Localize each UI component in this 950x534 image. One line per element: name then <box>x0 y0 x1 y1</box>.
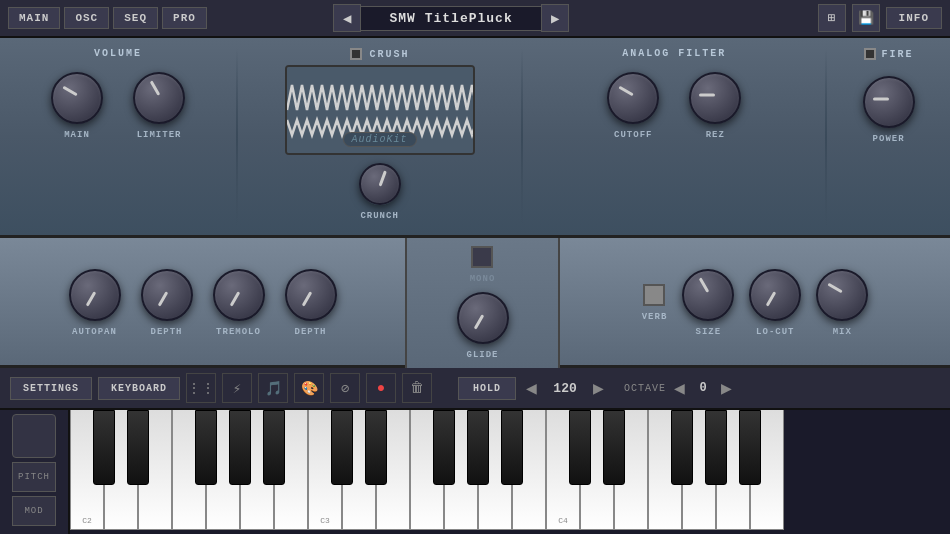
black-key-Fsharp2[interactable] <box>195 410 217 485</box>
black-key-Fsharp3[interactable] <box>433 410 455 485</box>
black-key-Csharp4[interactable] <box>569 410 591 485</box>
preset-next-button[interactable]: ▶ <box>541 4 569 32</box>
fire-section: FIRE POWER <box>827 38 950 238</box>
audiokit-label: AudioKit <box>343 132 417 147</box>
nav-main[interactable]: MAIN <box>8 7 60 29</box>
bpm-value: 120 <box>545 381 585 396</box>
nav-osc[interactable]: OSC <box>64 7 109 29</box>
glide-knob[interactable] <box>457 292 509 344</box>
black-key-Csharp2[interactable] <box>93 410 115 485</box>
midi-icon[interactable]: 🎵 <box>258 373 288 403</box>
volume-section: VOLUME MAIN LIMITER <box>0 38 236 238</box>
limiter-knob-container: LIMITER <box>133 72 185 140</box>
mix-knob-container: MIX <box>816 269 868 337</box>
octave-down-button[interactable]: ◀ <box>670 378 689 398</box>
cutoff-knob-container: CUTOFF <box>607 72 659 140</box>
palette-icon[interactable]: 🎨 <box>294 373 324 403</box>
verb-label: VERB <box>642 312 668 322</box>
bpm-control: ◀ 120 ▶ <box>522 378 608 398</box>
power-knob-wrap: POWER <box>863 76 915 144</box>
depth2-knob[interactable] <box>285 269 337 321</box>
tremolo-knob[interactable] <box>213 269 265 321</box>
trash-icon[interactable]: 🗑 <box>402 373 432 403</box>
waveform-display: AudioKit <box>285 65 475 155</box>
black-key-Dsharp4[interactable] <box>603 410 625 485</box>
main-volume-knob[interactable] <box>51 72 103 124</box>
black-key-Gsharp2[interactable] <box>229 410 251 485</box>
locut-knob-container: LO-CUT <box>749 269 801 337</box>
cutoff-label: CUTOFF <box>614 130 652 140</box>
cutoff-knob[interactable] <box>607 72 659 124</box>
black-key-Dsharp3[interactable] <box>365 410 387 485</box>
crush-header: CRUSH <box>350 48 410 60</box>
black-key-Dsharp2[interactable] <box>127 410 149 485</box>
rez-knob[interactable] <box>689 72 741 124</box>
locut-label: LO-CUT <box>756 327 794 337</box>
black-key-Gsharp3[interactable] <box>467 410 489 485</box>
crunch-knob[interactable] <box>359 163 401 205</box>
preset-prev-button[interactable]: ◀ <box>333 4 361 32</box>
mix-knob[interactable] <box>816 269 868 321</box>
verb-button[interactable] <box>643 284 665 306</box>
black-key-Asharp3[interactable] <box>501 410 523 485</box>
black-key-Asharp4[interactable] <box>739 410 761 485</box>
mono-label: MONO <box>470 274 496 284</box>
size-knob[interactable] <box>682 269 734 321</box>
crunch-knob-container: CRUNCH <box>359 163 401 221</box>
no-entry-icon[interactable]: ⊘ <box>330 373 360 403</box>
fire-header: FIRE <box>864 48 914 60</box>
top-nav-bar: MAIN OSC SEQ PRO ◀ SMW TitlePluck ▶ ⊞ 💾 … <box>0 0 950 38</box>
depth1-knob-container: DEPTH <box>141 269 193 337</box>
equalizer-icon[interactable]: ⋮⋮ <box>186 373 216 403</box>
depth2-label: DEPTH <box>294 327 326 337</box>
depth1-knob[interactable] <box>141 269 193 321</box>
power-knob[interactable] <box>863 76 915 128</box>
synth-panel: VOLUME MAIN LIMITER CRUSH Audi <box>0 38 950 238</box>
middle-panel: AUTOPAN DEPTH TREMOLO DEPTH MONO <box>0 238 950 368</box>
autopan-knob[interactable] <box>69 269 121 321</box>
toolbar: SETTINGS KEYBOARD ⋮⋮ ⚡ 🎵 🎨 ⊘ ● 🗑 HOLD ◀ … <box>0 368 950 410</box>
size-knob-container: SIZE <box>682 269 734 337</box>
black-key-Asharp2[interactable] <box>263 410 285 485</box>
pitch-button[interactable]: PITCH <box>12 462 56 492</box>
crush-toggle[interactable] <box>350 48 362 60</box>
grid-icon[interactable]: ⊞ <box>818 4 846 32</box>
bpm-down-button[interactable]: ◀ <box>522 378 541 398</box>
mod-button[interactable]: MOD <box>12 496 56 526</box>
glide-knob-container: GLIDE <box>457 292 509 360</box>
info-button[interactable]: INFO <box>886 7 942 29</box>
keyboard-button[interactable]: KEYBOARD <box>98 377 180 400</box>
nav-pro[interactable]: PRO <box>162 7 207 29</box>
hold-button[interactable]: HOLD <box>458 377 516 400</box>
filter-knobs: CUTOFF REZ <box>607 72 741 140</box>
record-icon[interactable]: ● <box>366 373 396 403</box>
tremolo-knob-container: TREMOLO <box>213 269 265 337</box>
pitch-wheel[interactable] <box>12 414 56 458</box>
bluetooth-icon[interactable]: ⚡ <box>222 373 252 403</box>
mono-button[interactable] <box>471 246 493 268</box>
mid-right-section: VERB SIZE LO-CUT MIX <box>560 238 950 368</box>
black-key-Gsharp4[interactable] <box>705 410 727 485</box>
crunch-label: CRUNCH <box>360 211 398 221</box>
mid-center-section: MONO GLIDE <box>405 238 560 368</box>
depth2-knob-container: DEPTH <box>285 269 337 337</box>
piano-keys: C2C3C4 <box>70 410 950 534</box>
fire-toggle[interactable] <box>864 48 876 60</box>
mid-left-section: AUTOPAN DEPTH TREMOLO DEPTH <box>0 238 405 368</box>
octave-up-button[interactable]: ▶ <box>717 378 736 398</box>
nav-seq[interactable]: SEQ <box>113 7 158 29</box>
limiter-knob[interactable] <box>133 72 185 124</box>
locut-knob[interactable] <box>749 269 801 321</box>
octave-section: OCTAVE ◀ 0 ▶ <box>624 378 736 398</box>
mono-glide-col: MONO <box>470 246 496 284</box>
rez-label: REZ <box>706 130 725 140</box>
analog-filter-label: ANALOG FILTER <box>622 48 726 59</box>
bpm-up-button[interactable]: ▶ <box>589 378 608 398</box>
preset-navigator: ◀ SMW TitlePluck ▶ <box>333 4 569 32</box>
verb-knobs: VERB SIZE LO-CUT MIX <box>642 269 869 337</box>
save-icon[interactable]: 💾 <box>852 4 880 32</box>
black-key-Fsharp4[interactable] <box>671 410 693 485</box>
black-key-Csharp3[interactable] <box>331 410 353 485</box>
top-right-buttons: ⊞ 💾 INFO <box>818 4 942 32</box>
settings-button[interactable]: SETTINGS <box>10 377 92 400</box>
